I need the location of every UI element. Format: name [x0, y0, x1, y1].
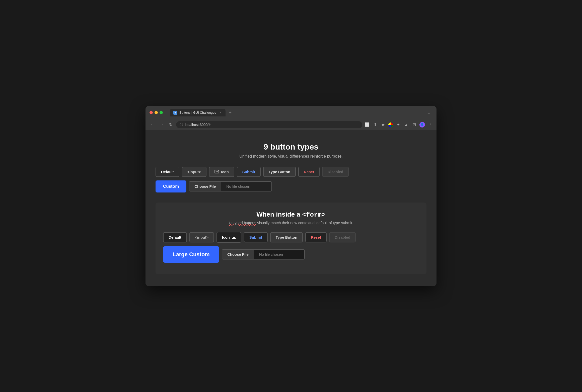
form-section: When inside a <form> Untyped buttons vis… — [156, 203, 426, 274]
active-tab[interactable]: B Buttons | GUI Challenges ✕ — [170, 109, 226, 116]
bookmark-icon[interactable]: ★ — [380, 122, 386, 127]
new-tab-button[interactable]: + — [227, 109, 234, 116]
mail-icon-svg — [214, 170, 219, 173]
toolbar-icons-right: ⬜ ⬆ ★ ✦ ▲ ⊡ 👤 ⋮ — [364, 122, 433, 127]
file-input-wrapper[interactable]: Choose File No file chosen — [189, 181, 272, 191]
form-submit-button[interactable]: Submit — [244, 232, 268, 242]
disabled-button: Disabled — [322, 167, 349, 177]
file-name-display: No file chosen — [221, 182, 271, 191]
tab-favicon: B — [173, 111, 177, 115]
forward-button[interactable]: → — [158, 121, 165, 128]
profile-icon[interactable]: 👤 — [419, 122, 425, 127]
browser-window: B Buttons | GUI Challenges ✕ + ⌄ ← → ↻ ⓘ… — [145, 106, 436, 286]
form-reset-button[interactable]: Reset — [305, 232, 327, 242]
traffic-lights — [150, 111, 163, 114]
page-heading: 9 button types Unified modern style, vis… — [156, 142, 426, 159]
choose-file-button[interactable]: Choose File — [189, 182, 221, 191]
form-input-button[interactable]: <input> — [189, 232, 214, 242]
extension-icon-2[interactable]: ✦ — [395, 122, 401, 127]
form-type-button[interactable]: Type Button — [270, 232, 303, 242]
form-default-button[interactable]: Default — [163, 232, 187, 242]
form-file-input-wrapper[interactable]: Choose File No file chosen — [222, 249, 305, 259]
back-button[interactable]: ← — [149, 121, 156, 128]
section-title: When inside a <form> — [163, 211, 419, 219]
share-icon[interactable]: ⬆ — [372, 122, 378, 127]
icon-button[interactable]: Icon — [209, 167, 234, 177]
form-button-group-row1: Default <input> Icon ☁ Submit Type Butto… — [163, 232, 419, 243]
form-choose-file-button[interactable]: Choose File — [222, 250, 254, 259]
maximize-button[interactable] — [160, 111, 163, 114]
submit-button[interactable]: Submit — [237, 167, 261, 177]
form-disabled-button: Disabled — [329, 232, 356, 242]
browser-toolbar: ← → ↻ ⓘ localhost:3000/# ⬜ ⬆ ★ ✦ ▲ ⊡ 👤 ⋮ — [145, 119, 436, 130]
address-text: localhost:3000/# — [185, 123, 210, 127]
browser-tab-bar: B Buttons | GUI Challenges ✕ + ⌄ — [170, 109, 432, 116]
extension-icon-3[interactable]: ▲ — [403, 122, 409, 127]
custom-button[interactable]: Custom — [156, 180, 186, 192]
svg-rect-0 — [215, 170, 219, 173]
browser-titlebar: B Buttons | GUI Challenges ✕ + ⌄ — [145, 106, 436, 119]
page-content: 9 button types Unified modern style, vis… — [145, 130, 436, 286]
extension-icon-1[interactable] — [388, 122, 393, 127]
close-button[interactable] — [150, 111, 153, 114]
button-group-row1: Default <input> Icon Submit Type Button — [156, 167, 426, 177]
tab-close-icon[interactable]: ✕ — [218, 111, 222, 115]
refresh-button[interactable]: ↻ — [167, 121, 174, 128]
section-heading: When inside a <form> Untyped buttons vis… — [163, 211, 419, 225]
tab-title: Buttons | GUI Challenges — [179, 111, 216, 114]
default-button[interactable]: Default — [156, 167, 179, 177]
section-subtitle: Untyped buttons visually match their new… — [163, 221, 419, 225]
open-tab-icon[interactable]: ⬜ — [364, 122, 370, 127]
form-button-group-row2: Large Custom Choose File No file chosen — [163, 246, 419, 263]
minimize-button[interactable] — [155, 111, 158, 114]
form-icon-button[interactable]: Icon ☁ — [216, 232, 241, 243]
type-button-button[interactable]: Type Button — [263, 167, 296, 177]
secure-icon: ⓘ — [180, 122, 183, 127]
sidebar-icon[interactable]: ⊡ — [411, 122, 417, 127]
address-bar[interactable]: ⓘ localhost:3000/# — [176, 121, 362, 128]
browser-controls: B Buttons | GUI Challenges ✕ + ⌄ — [150, 109, 432, 116]
cloud-icon: ☁ — [232, 235, 236, 240]
page-title: 9 button types — [156, 142, 426, 152]
window-chevron-icon: ⌄ — [427, 110, 432, 115]
untyped-text: Untyped buttons — [229, 221, 256, 225]
input-button[interactable]: <input> — [182, 167, 206, 177]
more-options-icon[interactable]: ⋮ — [427, 122, 433, 127]
reset-button[interactable]: Reset — [298, 167, 320, 177]
button-group-row2: Custom Choose File No file chosen — [156, 180, 426, 192]
form-file-name-display: No file chosen — [254, 250, 304, 259]
page-subtitle: Unified modern style, visual differences… — [156, 154, 426, 159]
large-custom-button[interactable]: Large Custom — [163, 246, 219, 263]
